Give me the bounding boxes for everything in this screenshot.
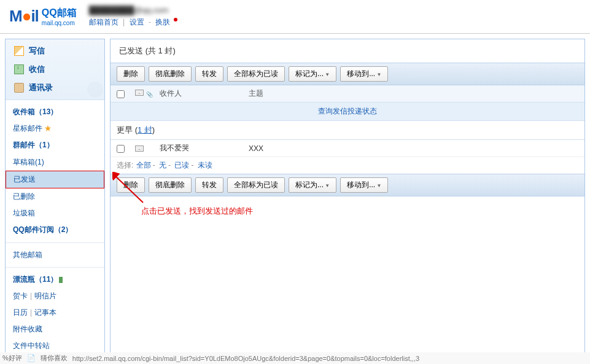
column-subject: 主题 (249, 88, 578, 99)
delete-button-2[interactable]: 删除 (117, 177, 145, 193)
folder-greeting[interactable]: 贺卡|明信片 (6, 288, 104, 304)
folder-inbox[interactable]: 收件箱（13） (6, 104, 104, 120)
folder-attachments[interactable]: 附件收藏 (6, 321, 104, 338)
select-none-link[interactable]: 无 (159, 161, 166, 169)
user-email: ████████@qq.com (89, 6, 581, 15)
compose-icon (14, 46, 24, 56)
folder-sent[interactable]: 已发送 (6, 171, 104, 188)
folder-deleted[interactable]: 已删除 (6, 188, 104, 205)
logo[interactable]: M●il QQ邮箱 mail.qq.com (9, 7, 77, 26)
folder-group[interactable]: 群邮件（1） (6, 137, 104, 153)
logo-url-text: mail.qq.com (42, 20, 77, 26)
select-bar: 选择: 全部- 无- 已读- 未读 (111, 157, 584, 174)
mail-checkbox[interactable] (117, 145, 125, 153)
notification-dot-icon (174, 18, 177, 21)
contacts-icon (14, 83, 24, 93)
nav-theme-link[interactable]: 换肤 (155, 18, 170, 26)
attachment-icon (146, 90, 153, 98)
forward-button-2[interactable]: 转发 (195, 177, 223, 193)
envelope-icon (135, 90, 144, 96)
annotation-text: 点击已发送，找到发送过的邮件 (141, 206, 253, 217)
mark-as-dropdown[interactable]: 标记为... (289, 66, 336, 82)
toolbar-top: 删除 彻底删除 转发 全部标为已读 标记为... 移动到... (111, 63, 584, 85)
mail-from: 我不爱哭 (160, 143, 249, 153)
mark-all-read-button-2[interactable]: 全部标为已读 (227, 177, 285, 193)
nav-home-link[interactable]: 邮箱首页 (89, 18, 118, 26)
receive-button[interactable]: 收信 (6, 60, 104, 79)
sidebar: 写信 收信 通讯录 收件箱（13） 星标邮件 ★ 群邮件（1） 草稿箱(1) 已… (5, 39, 105, 364)
status-bar: %好评 📄 猜你喜欢 http://set2.mail.qq.com/cgi-b… (0, 352, 590, 364)
folder-starred[interactable]: 星标邮件 ★ (6, 120, 104, 137)
receive-icon (14, 64, 24, 74)
delete-button[interactable]: 删除 (117, 66, 145, 82)
delete-forever-button[interactable]: 彻底删除 (149, 66, 192, 82)
delete-forever-button-2[interactable]: 彻底删除 (149, 177, 192, 193)
move-to-dropdown[interactable]: 移动到... (340, 66, 388, 82)
mail-row[interactable]: 我不爱哭 XXX (111, 140, 584, 157)
page-title: 已发送 (共 1 封) (111, 39, 584, 63)
folder-drift-bottle[interactable]: 漂流瓶（11） (6, 271, 104, 288)
folder-other-mailbox[interactable]: 其他邮箱 (6, 247, 104, 263)
section-count-link[interactable]: 1 封 (138, 125, 152, 134)
select-all-checkbox[interactable] (117, 90, 125, 98)
like-text: 猜你喜欢 (41, 354, 68, 363)
compose-button[interactable]: 写信 (6, 42, 104, 60)
delivery-status-bar: 查询发信投递状态 (111, 103, 584, 121)
folder-subscribe[interactable]: QQ邮件订阅（2） (6, 222, 104, 238)
app-header: M●il QQ邮箱 mail.qq.com ████████@qq.com 邮箱… (0, 0, 590, 34)
logo-cn-text: QQ邮箱 (42, 7, 77, 20)
toolbar-bottom: 删除 彻底删除 转发 全部标为已读 标记为... 移动到... (111, 174, 584, 196)
contacts-button[interactable]: 通讯录 (6, 79, 104, 97)
column-headers: 收件人 主题 (111, 85, 584, 103)
rating-text: %好评 (2, 354, 22, 363)
mark-all-read-button[interactable]: 全部标为已读 (227, 66, 285, 82)
bottle-icon (59, 277, 63, 283)
header-nav: 邮箱首页 | 设置 - 换肤 (89, 17, 581, 28)
select-unread-link[interactable]: 未读 (198, 161, 212, 169)
main-content: 已发送 (共 1 封) 删除 彻底删除 转发 全部标为已读 标记为... 移动到… (110, 39, 585, 364)
mark-as-dropdown-2[interactable]: 标记为... (289, 177, 336, 193)
column-from: 收件人 (160, 88, 249, 99)
delivery-status-link[interactable]: 查询发信投递状态 (318, 107, 377, 115)
status-url: http://set2.mail.qq.com/cgi-bin/mail_lis… (72, 355, 419, 362)
folder-spam[interactable]: 垃圾箱 (6, 205, 104, 222)
nav-settings-link[interactable]: 设置 (130, 18, 144, 26)
time-section-header: 更早 (1 封) (111, 121, 584, 140)
move-to-dropdown-2[interactable]: 移动到... (340, 177, 388, 193)
forward-button[interactable]: 转发 (195, 66, 223, 82)
select-read-link[interactable]: 已读 (174, 161, 189, 169)
folder-drafts[interactable]: 草稿箱(1) (6, 154, 104, 171)
mail-subject: XXX (249, 144, 578, 153)
star-icon: ★ (44, 124, 52, 133)
select-all-link[interactable]: 全部 (136, 161, 151, 169)
mail-read-icon (135, 145, 144, 152)
folder-calendar[interactable]: 日历|记事本 (6, 304, 104, 321)
